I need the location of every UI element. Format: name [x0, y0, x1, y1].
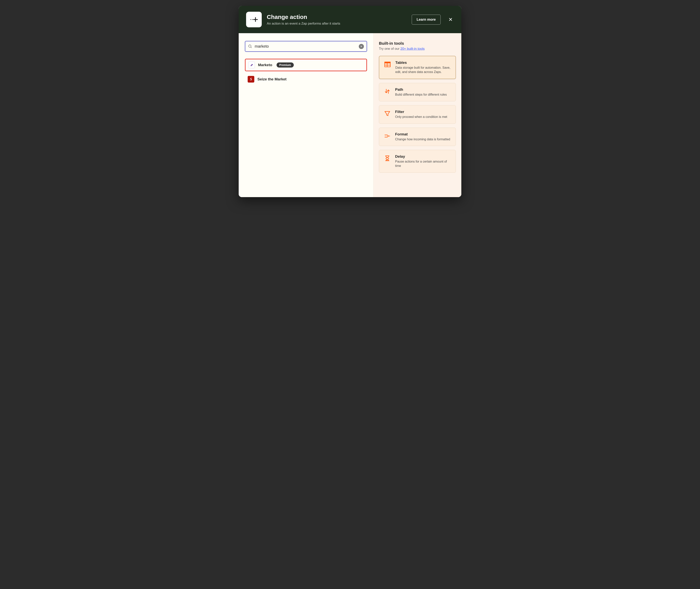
format-icon: [383, 132, 391, 142]
marketo-app-icon: ⬈: [248, 62, 255, 68]
tool-card-format[interactable]: FormatChange how incoming data is format…: [379, 128, 456, 146]
search-icon: [248, 44, 252, 49]
svg-rect-7: [385, 62, 391, 63]
close-button[interactable]: ✕: [447, 15, 454, 24]
tool-name: Delay: [395, 154, 451, 159]
builtin-title: Built-in tools: [379, 41, 456, 46]
search-panel: ✕ ⬈MarketoPremiumSSeize the Market: [239, 33, 374, 197]
builtin-try-prefix: Try one of our: [379, 47, 400, 50]
svg-point-4: [249, 45, 251, 47]
tool-description: Pause actions for a certain amount of ti…: [395, 160, 451, 168]
modal-body: ✕ ⬈MarketoPremiumSSeize the Market Built…: [239, 33, 461, 197]
tables-icon: [384, 60, 391, 74]
modal-header: Change action An action is an event a Za…: [239, 6, 461, 33]
seize-app-icon: S: [248, 76, 254, 82]
tool-description: Data storage built for automation. Save,…: [395, 65, 451, 74]
tool-card-path[interactable]: PathBuild different steps for different …: [379, 83, 456, 101]
svg-point-1: [252, 19, 253, 20]
tool-card-filter[interactable]: FilterOnly proceed when a condition is m…: [379, 105, 456, 124]
result-name: Seize the Market: [257, 77, 287, 81]
modal-title: Change action: [267, 13, 407, 20]
search-field-wrap[interactable]: ✕: [245, 41, 367, 52]
path-icon: [383, 87, 391, 97]
search-result-marketo[interactable]: ⬈MarketoPremium: [245, 59, 367, 71]
delay-icon: [383, 154, 391, 168]
search-result-seize-the-market[interactable]: SSeize the Market: [245, 73, 367, 85]
tool-card-delay[interactable]: DelayPause actions for a certain amount …: [379, 150, 456, 173]
builtin-subtitle: Try one of our 20+ built-in tools: [379, 47, 456, 51]
builtin-tools-panel: Built-in tools Try one of our 20+ built-…: [374, 33, 461, 197]
builtin-tools-link[interactable]: 20+ built-in tools: [400, 47, 425, 50]
svg-line-5: [251, 47, 252, 48]
tool-name: Filter: [395, 110, 447, 114]
clear-icon: ✕: [360, 45, 363, 48]
result-name: Marketo: [258, 63, 272, 67]
tool-description: Build different steps for different rule…: [395, 92, 447, 97]
change-action-modal: Change action An action is an event a Za…: [239, 6, 461, 197]
tool-description: Only proceed when a condition is met: [395, 115, 447, 119]
premium-badge: Premium: [277, 62, 294, 67]
filter-icon: [383, 110, 391, 119]
tool-name: Format: [395, 132, 450, 137]
clear-search-button[interactable]: ✕: [359, 44, 364, 49]
tool-card-tables[interactable]: TablesData storage built for automation.…: [379, 56, 456, 79]
modal-subtitle: An action is an event a Zap performs aft…: [267, 22, 407, 26]
search-input[interactable]: [252, 43, 359, 49]
step-app-icon: [246, 12, 262, 27]
close-icon: ✕: [448, 17, 453, 22]
tool-name: Path: [395, 87, 447, 92]
svg-point-0: [250, 19, 251, 20]
learn-more-button[interactable]: Learn more: [412, 15, 441, 25]
tool-description: Change how incoming data is formatted: [395, 137, 450, 142]
tool-name: Tables: [395, 60, 451, 65]
